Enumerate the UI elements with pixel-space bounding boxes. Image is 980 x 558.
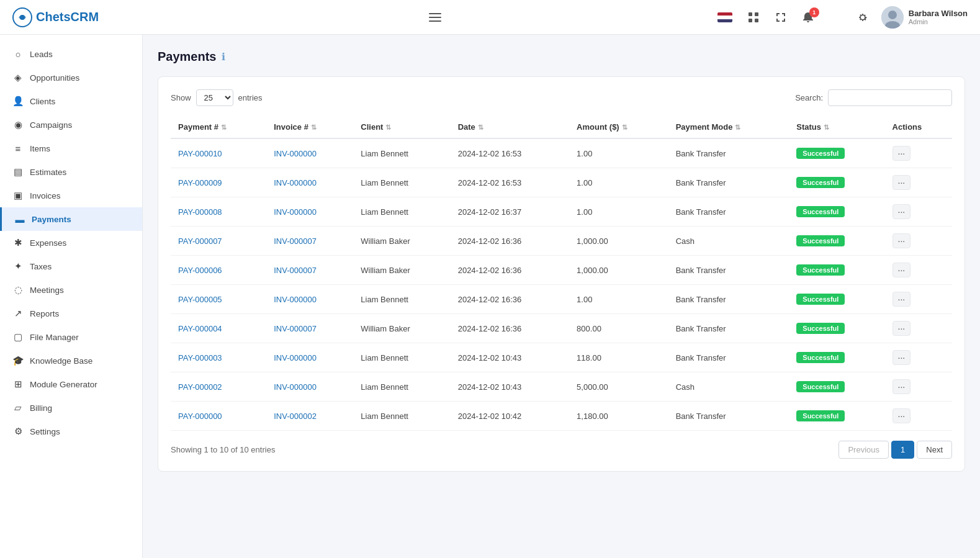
cell-payment-num: PAY-000005 [171,285,266,314]
invoice-link[interactable]: INV-000000 [274,207,317,217]
payment-link[interactable]: PAY-000007 [178,236,222,246]
col-amount[interactable]: Amount ($)⇅ [569,116,668,138]
sidebar-item-knowledge-base[interactable]: 🎓Knowledge Base [0,349,142,372]
payment-link[interactable]: PAY-000008 [178,207,222,217]
payment-link[interactable]: PAY-000006 [178,266,222,275]
sidebar-item-reports[interactable]: ↗Reports [0,302,142,325]
showing-text: Showing 1 to 10 of 10 entries [171,445,275,454]
info-icon[interactable]: ℹ [222,51,225,63]
col-invoice_num[interactable]: Invoice #⇅ [266,116,353,138]
actions-button[interactable]: ··· [892,350,911,365]
status-badge: Successful [796,264,845,276]
actions-button[interactable]: ··· [892,263,911,277]
actions-button[interactable]: ··· [892,321,911,336]
sidebar-item-leads[interactable]: ○Leads [0,42,142,66]
payment-link[interactable]: PAY-000004 [178,324,222,333]
invoice-link[interactable]: INV-000000 [274,178,317,187]
search-label: Search: [795,93,823,102]
sidebar-label-taxes: Taxes [30,262,52,271]
payments-icon: ▬ [14,214,25,225]
grid-icon [747,11,760,24]
status-badge: Successful [796,294,845,305]
actions-button[interactable]: ··· [892,379,911,394]
svg-rect-3 [755,12,758,16]
user-info: Barbara Wilson Admin [909,9,968,25]
sidebar-label-billing: Billing [30,403,52,413]
cell-client: Liam Bennett [353,168,450,197]
payment-link[interactable]: PAY-000009 [178,178,222,187]
cell-payment-mode: Bank Transfer [668,256,789,285]
actions-button[interactable]: ··· [892,233,911,248]
show-entries: Show 102550100 entries [171,89,263,106]
sidebar-item-clients[interactable]: 👤Clients [0,89,142,113]
payment-link[interactable]: PAY-000000 [178,412,222,421]
col-payment_mode[interactable]: Payment Mode⇅ [668,116,789,138]
next-button[interactable]: Next [917,441,952,459]
payment-link[interactable]: PAY-000002 [178,382,222,392]
sidebar-item-settings[interactable]: ⚙Settings [0,420,142,443]
sidebar-item-opportunities[interactable]: ◈Opportunities [0,66,142,89]
app-logo[interactable]: ChetsCRM [12,7,99,27]
user-avatar-area[interactable]: Barbara Wilson Admin [881,6,968,29]
page-1-button[interactable]: 1 [891,441,914,459]
sidebar-label-settings: Settings [30,427,60,436]
hamburger-button[interactable] [426,11,444,24]
sidebar-item-expenses[interactable]: ✱Expenses [0,231,142,254]
invoice-link[interactable]: INV-000007 [274,324,317,333]
status-badge: Successful [796,410,845,421]
cell-payment-num: PAY-000010 [171,138,266,168]
sidebar-item-items[interactable]: ≡Items [0,137,142,160]
gear-icon [856,11,869,24]
sort-icon: ⇅ [735,124,740,132]
apps-button[interactable] [745,9,762,26]
invoice-link[interactable]: INV-000007 [274,266,317,275]
invoice-link[interactable]: INV-000007 [274,236,317,246]
cell-date: 2024-12-02 10:43 [451,343,569,372]
header-actions: 1 Barbara Wilson Admin [715,6,968,29]
settings-button[interactable] [854,9,871,26]
sidebar-item-meetings[interactable]: ◌Meetings [0,278,142,302]
table-footer: Showing 1 to 10 of 10 entries Previous 1… [171,441,952,459]
sidebar-item-taxes[interactable]: ✦Taxes [0,254,142,278]
sidebar-item-estimates[interactable]: ▤Estimates [0,160,142,184]
invoice-link[interactable]: INV-000000 [274,149,317,158]
col-client[interactable]: Client⇅ [353,116,450,138]
previous-button[interactable]: Previous [838,441,889,459]
col-payment_num[interactable]: Payment #⇅ [171,116,266,138]
actions-button[interactable]: ··· [892,408,911,423]
invoice-link[interactable]: INV-000002 [274,412,317,421]
invoice-link[interactable]: INV-000000 [274,382,317,392]
dark-mode-button[interactable] [827,9,844,26]
sort-icon: ⇅ [221,124,227,132]
sidebar-item-campaigns[interactable]: ◉Campaigns [0,113,142,137]
col-date[interactable]: Date⇅ [451,116,569,138]
sidebar-item-module-generator[interactable]: ⊞Module Generator [0,372,142,396]
notification-badge: 1 [809,7,819,17]
entries-select[interactable]: 102550100 [196,89,233,106]
payment-link[interactable]: PAY-000003 [178,353,222,362]
actions-button[interactable]: ··· [892,292,911,307]
flag-button[interactable] [715,10,735,25]
actions-button[interactable]: ··· [892,146,911,161]
show-label: Show [171,93,191,102]
cell-payment-num: PAY-000002 [171,372,266,402]
sidebar-item-invoices[interactable]: ▣Invoices [0,184,142,207]
col-status[interactable]: Status⇅ [789,116,884,138]
actions-button[interactable]: ··· [892,175,911,190]
cell-payment-mode: Bank Transfer [668,197,789,227]
notification-button[interactable]: 1 [799,9,817,26]
invoice-link[interactable]: INV-000000 [274,353,317,362]
payment-link[interactable]: PAY-000010 [178,149,222,158]
payment-link[interactable]: PAY-000005 [178,295,222,304]
sidebar-item-file-manager[interactable]: ▢File Manager [0,325,142,349]
user-name: Barbara Wilson [909,9,968,18]
actions-button[interactable]: ··· [892,204,911,219]
fullscreen-button[interactable] [772,9,789,26]
col-actions: Actions [885,116,952,138]
invoice-link[interactable]: INV-000000 [274,295,317,304]
cell-invoice-num: INV-000000 [266,197,353,227]
cell-invoice-num: INV-000000 [266,138,353,168]
sidebar-item-payments[interactable]: ▬Payments [0,207,142,231]
search-input[interactable] [828,89,952,106]
sidebar-item-billing[interactable]: ▱Billing [0,396,142,420]
